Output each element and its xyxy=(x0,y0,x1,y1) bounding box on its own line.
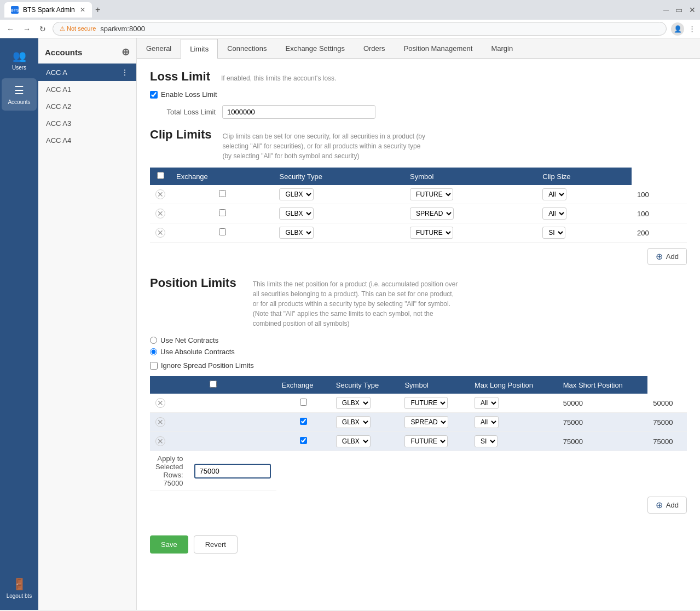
sidebar: 👥 Users ☰ Accounts 🚪 Logout bts xyxy=(0,38,38,610)
pos-security-type-select-1[interactable]: SPREAD xyxy=(404,416,448,428)
position-add-row: ⊕ Add xyxy=(150,497,687,514)
clip-exchange-select-2[interactable]: GLBX xyxy=(279,227,314,239)
sidebar-item-accounts[interactable]: ☰ Accounts xyxy=(2,78,37,111)
pos-max-short-header: Max Short Position xyxy=(558,376,648,394)
total-loss-limit-input[interactable] xyxy=(222,105,375,119)
pos-exchange-select-1[interactable]: GLBX xyxy=(336,416,371,428)
accounts-panel-title: Accounts xyxy=(45,48,82,57)
pos-exchange-select-0[interactable]: GLBX xyxy=(336,397,371,409)
clip-exchange-header: Exchange xyxy=(171,168,274,185)
account-label-acc-a2: ACC A2 xyxy=(46,102,71,111)
use-net-contracts-label[interactable]: Use Net Contracts xyxy=(160,336,218,344)
url-display: sparkvm:8000 xyxy=(100,25,145,33)
forward-button[interactable]: → xyxy=(21,22,33,36)
ignore-spread-checkbox[interactable] xyxy=(150,362,158,370)
minimize-icon[interactable]: ─ xyxy=(663,5,669,14)
pos-symbol-header: Symbol xyxy=(399,376,468,394)
clip-symbol-select-0[interactable]: All xyxy=(542,188,566,200)
account-item-acc-a2[interactable]: ACC A2 xyxy=(38,98,136,115)
tab-limits[interactable]: Limits xyxy=(181,39,218,59)
revert-button[interactable]: Revert xyxy=(194,535,238,554)
save-button[interactable]: Save xyxy=(150,535,188,554)
clip-row-2: ✕ GLBX FUTURE SI 200 xyxy=(150,223,687,243)
tab-exchange-settings[interactable]: Exchange Settings xyxy=(276,38,354,58)
sidebar-accounts-label: Accounts xyxy=(8,99,30,105)
ignore-spread-label[interactable]: Ignore Spread Position Limits xyxy=(161,361,254,370)
account-item-acc-a[interactable]: ACC A ⋮ xyxy=(38,64,136,81)
maximize-icon[interactable]: ▭ xyxy=(675,5,682,14)
content-area: Loss Limit If enabled, this limits the a… xyxy=(137,59,700,610)
pos-symbol-select-0[interactable]: All xyxy=(475,397,499,409)
back-button[interactable]: ← xyxy=(4,22,16,36)
clip-add-button[interactable]: ⊕ Add xyxy=(647,248,687,265)
tab-position-management[interactable]: Position Management xyxy=(395,38,482,58)
pos-symbol-select-2[interactable]: SI xyxy=(475,435,497,447)
clip-security-type-1: SPREAD xyxy=(404,204,537,223)
tab-general[interactable]: General xyxy=(137,38,181,58)
sidebar-item-users[interactable]: 👥 Users xyxy=(2,44,37,76)
clip-add-row: ⊕ Add xyxy=(150,248,687,265)
close-icon[interactable]: ✕ xyxy=(689,5,696,14)
use-absolute-contracts-label[interactable]: Use Absolute Contracts xyxy=(160,348,235,356)
browser-tab[interactable]: BTS BTS Spark Admin ✕ xyxy=(4,2,92,18)
clip-remove-0[interactable]: ✕ xyxy=(150,185,171,204)
clip-security-type-select-0[interactable]: FUTURE xyxy=(410,188,453,200)
refresh-button[interactable]: ↻ xyxy=(37,22,48,36)
profile-icon[interactable]: 👤 xyxy=(671,22,684,36)
pos-remove-0[interactable]: ✕ xyxy=(150,394,276,413)
sidebar-logout-label: Logout bts xyxy=(7,593,32,599)
sidebar-item-logout[interactable]: 🚪 Logout bts xyxy=(2,572,37,604)
top-tabs: General Limits Connections Exchange Sett… xyxy=(137,38,700,59)
address-bar-row: ← → ↻ ⚠ Not secure sparkvm:8000 👤 ⋮ xyxy=(0,20,700,38)
enable-loss-limit-label[interactable]: Enable Loss Limit xyxy=(161,90,217,99)
pos-row-2-checkbox[interactable] xyxy=(300,437,307,444)
clip-exchange-select-0[interactable]: GLBX xyxy=(279,188,314,200)
pos-exchange-select-2[interactable]: GLBX xyxy=(336,435,371,447)
use-absolute-contracts-radio[interactable] xyxy=(150,348,157,355)
enable-loss-limit-checkbox[interactable] xyxy=(150,91,158,99)
clip-row-0-checkbox[interactable] xyxy=(219,190,226,197)
account-item-acc-a1[interactable]: ACC A1 xyxy=(38,81,136,98)
apply-max-short-input[interactable] xyxy=(194,464,271,479)
pos-security-type-select-0[interactable]: FUTURE xyxy=(404,397,448,409)
clip-symbol-select-1[interactable]: All xyxy=(542,207,566,220)
pos-remove-1[interactable]: ✕ xyxy=(150,413,276,432)
use-net-contracts-row: Use Net Contracts xyxy=(150,336,687,344)
tab-margin[interactable]: Margin xyxy=(482,38,522,58)
tab-connections[interactable]: Connections xyxy=(218,38,276,58)
browser-window-controls: ─ ▭ ✕ xyxy=(663,5,696,14)
pos-symbol-select-1[interactable]: All xyxy=(475,416,499,428)
browser-menu-button[interactable]: ⋮ xyxy=(689,25,696,33)
tab-orders[interactable]: Orders xyxy=(354,38,395,58)
account-item-acc-a4[interactable]: ACC A4 xyxy=(38,132,136,149)
use-net-contracts-radio[interactable] xyxy=(150,337,157,344)
pos-select-all-checkbox[interactable] xyxy=(210,381,217,388)
clip-row-2-checkbox[interactable] xyxy=(219,228,226,235)
pos-exchange-header: Exchange xyxy=(276,376,331,394)
clip-remove-2[interactable]: ✕ xyxy=(150,223,171,243)
account-item-acc-a3[interactable]: ACC A3 xyxy=(38,115,136,132)
clip-security-type-0: FUTURE xyxy=(404,185,537,204)
clip-security-type-select-2[interactable]: FUTURE xyxy=(410,227,453,239)
pos-remove-2[interactable]: ✕ xyxy=(150,432,276,451)
new-tab-button[interactable]: + xyxy=(95,5,100,15)
add-account-button[interactable]: ⊕ xyxy=(122,46,130,58)
tab-close-button[interactable]: ✕ xyxy=(80,6,85,14)
clip-symbol-select-2[interactable]: SI xyxy=(542,227,565,239)
account-menu-button[interactable]: ⋮ xyxy=(121,68,129,77)
position-add-button[interactable]: ⊕ Add xyxy=(647,497,687,514)
pos-security-type-select-2[interactable]: FUTURE xyxy=(404,435,448,447)
address-bar[interactable]: ⚠ Not secure sparkvm:8000 xyxy=(53,22,667,36)
position-limits-header: Position Limits This limits the net posi… xyxy=(150,276,687,328)
account-label-acc-a4: ACC A4 xyxy=(46,136,71,145)
clip-symbol-0: All xyxy=(537,185,632,204)
pos-max-long-2: 75000 xyxy=(558,432,648,451)
clip-select-all-checkbox[interactable] xyxy=(157,172,164,179)
clip-exchange-select-1[interactable]: GLBX xyxy=(279,207,314,220)
pos-row-0-checkbox[interactable] xyxy=(300,399,307,406)
clip-security-type-select-1[interactable]: SPREAD xyxy=(410,207,454,220)
pos-row-1-checkbox[interactable] xyxy=(300,418,307,425)
clip-select-all-header xyxy=(150,168,171,185)
clip-remove-1[interactable]: ✕ xyxy=(150,204,171,223)
clip-row-1-checkbox[interactable] xyxy=(219,209,226,216)
